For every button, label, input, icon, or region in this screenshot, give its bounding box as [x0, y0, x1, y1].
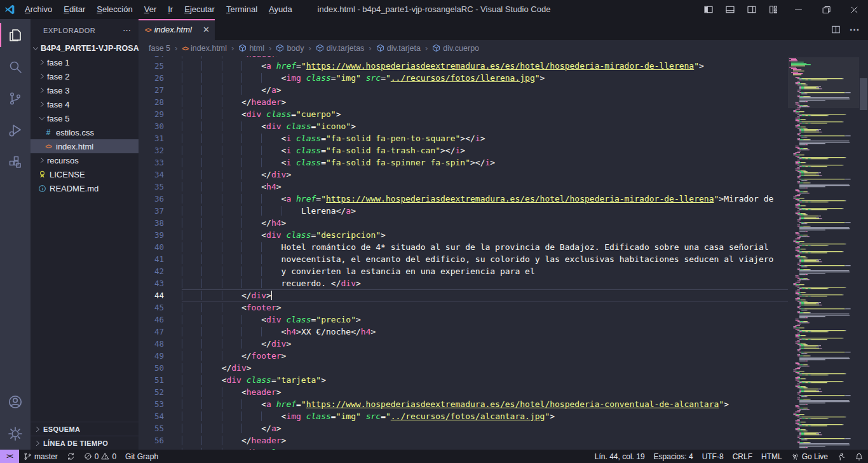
breadcrumb-index-html[interactable]: <>index.html: [182, 44, 227, 53]
activitybar-explorer[interactable]: [0, 19, 31, 51]
tree-item-fase-3[interactable]: fase 3: [31, 83, 139, 97]
layout-panel-icon[interactable]: [719, 0, 741, 19]
code-line-47[interactable]: 47 <h4>XX €/noche</h4>: [139, 326, 868, 338]
menu-editar[interactable]: Editar: [58, 0, 91, 19]
status-encoding[interactable]: UTF-8: [698, 450, 728, 463]
code-line-41[interactable]: 41 novecentista, el encanto del edificio…: [139, 253, 868, 265]
menu-archivo[interactable]: Archivo: [19, 0, 58, 19]
activitybar-search[interactable]: [0, 51, 31, 83]
tree-item-readme-md[interactable]: README.md: [31, 181, 139, 195]
tree-item-fase-1[interactable]: fase 1: [31, 55, 139, 69]
menu-terminal[interactable]: Terminal: [220, 0, 263, 19]
breadcrumb-div-cuerpo[interactable]: div.cuerpo: [432, 44, 479, 53]
status-git-branch[interactable]: master: [19, 450, 62, 463]
tab-index-html[interactable]: <> index.html ✕: [139, 19, 215, 40]
code-line-37[interactable]: 37 Llerena</a>: [139, 205, 868, 217]
menu-ver[interactable]: Ver: [139, 0, 163, 19]
code-line-25[interactable]: 25 <a href="https://www.hospederiasdeext…: [139, 60, 868, 72]
code-line-46[interactable]: 46 <div class="precio">: [139, 314, 868, 326]
code-line-49[interactable]: 49 </footer>: [139, 350, 868, 362]
code-line-36[interactable]: 36 <a href="https://www.hospederiasdeext…: [139, 193, 868, 205]
minimap-slider[interactable]: [788, 57, 859, 108]
section-esquema[interactable]: ESQUEMA: [31, 422, 139, 436]
tree-item-fase-2[interactable]: fase 2: [31, 69, 139, 83]
tree-item-estilos-css[interactable]: #estilos.css: [31, 125, 139, 139]
code-line-28[interactable]: 28 </header>: [139, 96, 868, 108]
menu-ayuda[interactable]: Ayuda: [263, 0, 298, 19]
tree-item-recursos[interactable]: recursos: [31, 153, 139, 167]
status-notifications[interactable]: [850, 450, 868, 463]
minimap[interactable]: [788, 56, 859, 450]
activitybar-accounts[interactable]: [0, 386, 31, 418]
code-line-38[interactable]: 38 </h4>: [139, 217, 868, 229]
activitybar-settings[interactable]: [0, 418, 31, 450]
code-line-31[interactable]: 31 <i class="fa-solid fa-pen-to-square">…: [139, 132, 868, 144]
status-git-graph[interactable]: Git Graph: [121, 450, 163, 463]
code-line-40[interactable]: 40 Hotel romántico de 4* situado al sur …: [139, 241, 868, 253]
status-bar: ><master00Git Graph Lín. 44, col. 19Espa…: [0, 450, 868, 463]
code-line-27[interactable]: 27 </a>: [139, 84, 868, 96]
code-line-48[interactable]: 48 </div>: [139, 338, 868, 350]
line-number: 37: [139, 205, 182, 217]
code-line-26[interactable]: 26 <img class="img" src="../recursos/fot…: [139, 72, 868, 84]
close-icon[interactable]: [840, 0, 868, 19]
menu-ejecutar[interactable]: Ejecutar: [179, 0, 220, 19]
layout-sidebar-right-icon[interactable]: [741, 0, 763, 19]
status-problems[interactable]: 00: [79, 450, 121, 463]
status-remote-indicator[interactable]: ><: [0, 450, 19, 463]
breadcrumb-html[interactable]: html: [238, 44, 264, 53]
explorer-more-actions-icon[interactable]: ⋯: [123, 25, 132, 35]
restore-icon[interactable]: [812, 0, 840, 19]
chevron-right-icon: [32, 425, 43, 433]
activitybar-extensions[interactable]: [0, 146, 31, 178]
tab-close-icon[interactable]: ✕: [203, 25, 210, 34]
code-line-39[interactable]: 39 <div class="descripcion">: [139, 229, 868, 241]
code-line-55[interactable]: 55 </a>: [139, 422, 868, 434]
status-eol[interactable]: CRLF: [728, 450, 757, 463]
code-line-33[interactable]: 33 <i class="fa-solid fa-spinner fa-spin…: [139, 156, 868, 169]
menu-seleccion[interactable]: Selección: [91, 0, 138, 19]
code-line-51[interactable]: 51 <div class="tarjeta">: [139, 374, 868, 386]
breadcrumb-fase-5[interactable]: fase 5: [149, 44, 170, 53]
status-feedback[interactable]: [832, 450, 850, 463]
tree-item-fase-5[interactable]: fase 5: [31, 111, 139, 125]
split-editor-icon[interactable]: [831, 25, 841, 34]
activitybar-source-control[interactable]: [0, 83, 31, 114]
code-line-43[interactable]: 43 recuerdo. </div>: [139, 277, 868, 289]
scrollbar-thumb[interactable]: [860, 78, 867, 110]
code-line-45[interactable]: 45 <footer>: [139, 301, 868, 314]
tree-item-fase-4[interactable]: fase 4: [31, 97, 139, 111]
code-line-54[interactable]: 54 <img class="img" src="../recursos/fot…: [139, 410, 868, 422]
vertical-scrollbar[interactable]: [859, 56, 868, 450]
activitybar-run-debug[interactable]: [0, 114, 31, 146]
minimize-icon[interactable]: [784, 0, 812, 19]
status-indentation[interactable]: Espacios: 4: [649, 450, 698, 463]
code-line-50[interactable]: 50 </div>: [139, 362, 868, 374]
code-line-35[interactable]: 35 <h4>: [139, 181, 868, 193]
code-line-52[interactable]: 52 <header>: [139, 386, 868, 398]
tree-item-license[interactable]: LICENSE: [31, 167, 139, 181]
breadcrumb-div-tarjeta[interactable]: div.tarjeta: [376, 44, 421, 53]
code-editor[interactable]: 24 <header>25 <a href="https://www.hospe…: [139, 56, 868, 450]
code-line-30[interactable]: 30 <div class="icono">: [139, 120, 868, 132]
code-line-34[interactable]: 34 </div>: [139, 169, 868, 181]
code-line-32[interactable]: 32 <i class="fa-solid fa-trash-can"></i>: [139, 144, 868, 156]
tree-item-index-html[interactable]: <>index.html: [31, 139, 139, 153]
breadcrumb-div-tarjetas[interactable]: div.tarjetas: [316, 44, 365, 53]
status-cursor-position[interactable]: Lín. 44, col. 19: [590, 450, 649, 463]
breadcrumb-body[interactable]: body: [276, 44, 304, 53]
code-line-29[interactable]: 29 <div class="cuerpo">: [139, 108, 868, 120]
customize-layout-icon[interactable]: [763, 0, 784, 19]
editor-more-actions-icon[interactable]: ⋯: [850, 24, 861, 36]
tree-root-folder[interactable]: B4P4_PARTE1-VJP-ROSAN...: [31, 41, 139, 55]
status-go-live[interactable]: Go Live: [787, 450, 832, 463]
status-sync[interactable]: [62, 450, 79, 463]
code-line-44[interactable]: 44 </div>: [139, 289, 868, 301]
layout-sidebar-left-icon[interactable]: [698, 0, 719, 19]
code-line-56[interactable]: 56 </header>: [139, 434, 868, 446]
section-li-nea-de-tiempo[interactable]: LÍNEA DE TIEMPO: [31, 436, 139, 450]
code-line-42[interactable]: 42 y convierten la estancia en una exper…: [139, 265, 868, 277]
status-language-mode[interactable]: HTML: [757, 450, 787, 463]
menu-ir[interactable]: Ir: [162, 0, 179, 19]
code-line-53[interactable]: 53 <a href="https://www.hospederiasdeext…: [139, 398, 868, 410]
